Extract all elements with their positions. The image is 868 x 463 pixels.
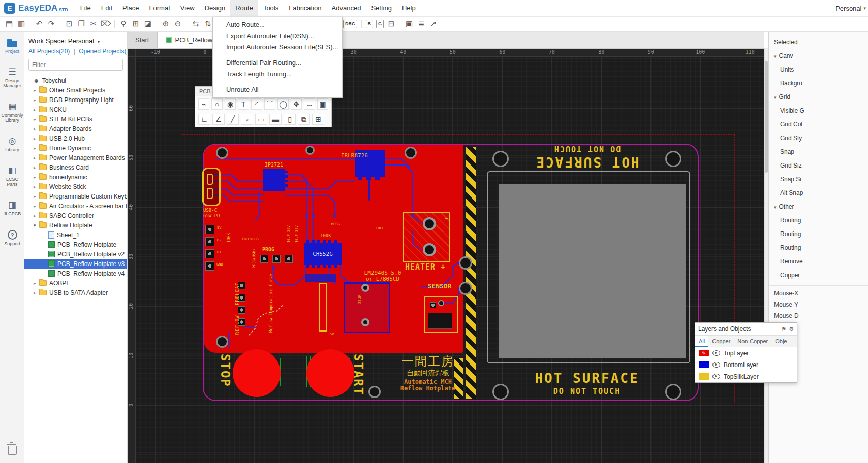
mounting-hole[interactable]	[368, 386, 381, 398]
bom-button[interactable]: B	[366, 20, 374, 28]
menu-item[interactable]: Advanced	[327, 0, 366, 16]
tree-expand-arrow[interactable]	[34, 117, 39, 122]
dimension-tool-icon[interactable]: ↔	[304, 98, 315, 110]
tree-expand-arrow[interactable]	[34, 136, 39, 141]
silk-preheat[interactable]: PREHEAT	[235, 282, 240, 305]
settings-row[interactable]: Routing	[769, 241, 868, 255]
silk-sensor[interactable]: SENSOR	[422, 283, 457, 290]
ic-ip2721[interactable]	[263, 169, 285, 191]
menu-item[interactable]: Help	[397, 0, 421, 16]
tree-expand-arrow[interactable]	[34, 165, 39, 170]
settings-row[interactable]: Grid Col	[769, 118, 868, 131]
pin-pad[interactable]	[205, 249, 214, 258]
silk-tref[interactable]: TREF	[376, 227, 384, 231]
heater-pad[interactable]	[423, 243, 436, 256]
tree-expand-arrow[interactable]	[34, 213, 39, 218]
silk-vbus[interactable]: VBUS	[250, 238, 259, 242]
silk-prog[interactable]: PROG	[262, 247, 274, 252]
easyeda-logo[interactable]: E EasyEDA STD	[0, 3, 75, 14]
settings-row[interactable]: Backgro	[769, 77, 868, 90]
silk-5v[interactable]: 5V	[217, 226, 221, 230]
tree-expand-arrow[interactable]	[34, 290, 39, 295]
component-pad[interactable]	[361, 284, 369, 292]
document-tab[interactable]: Start	[127, 31, 158, 48]
settings-row[interactable]: Mouse-D	[769, 310, 868, 321]
sidebar-item-support[interactable]: ? Support	[0, 230, 24, 246]
text-tool-icon[interactable]: T	[238, 98, 249, 110]
rect-tool-icon[interactable]: ▭	[255, 114, 267, 125]
mounting-hole[interactable]	[405, 147, 417, 159]
image-tool-icon[interactable]: ▣	[317, 98, 328, 110]
layer-manager-icon[interactable]: ≣	[415, 18, 427, 30]
tree-expand-arrow[interactable]	[34, 184, 39, 189]
track-tool-icon[interactable]: ⌁	[198, 98, 209, 110]
cut-icon[interactable]: ✂	[87, 18, 100, 30]
filled-rect-tool-icon[interactable]: ▬	[269, 114, 282, 125]
arc-center-tool-icon[interactable]: ⌒	[264, 98, 275, 110]
component-pad[interactable]	[361, 318, 369, 326]
menu-item[interactable]: Design	[200, 0, 230, 16]
group-tool-icon[interactable]: ⧉	[298, 114, 310, 125]
project-tree-item[interactable]: USB 2.0 Hub	[24, 134, 127, 143]
tree-expand-arrow[interactable]	[34, 107, 39, 112]
project-tree-item[interactable]: homedynamic	[24, 172, 127, 182]
route-menu-item[interactable]: Differential Pair Routing...	[213, 57, 342, 69]
project-tree-item[interactable]: RGB Photography Light	[24, 95, 127, 105]
start-button-pad[interactable]	[306, 349, 354, 397]
project-tree-item[interactable]: SABC Controller	[24, 211, 127, 220]
mounting-hole[interactable]	[492, 151, 509, 167]
settings-row[interactable]	[769, 282, 868, 286]
redo-icon[interactable]: ↷	[45, 18, 57, 30]
tree-expand-arrow[interactable]	[34, 126, 39, 131]
silk-22uf[interactable]: 22UF	[358, 295, 362, 304]
settings-row[interactable]: Grid Siz	[769, 159, 868, 173]
layer-color-chip[interactable]	[699, 361, 709, 368]
project-tree-item[interactable]: Other Small Projects	[24, 85, 127, 95]
document-tab[interactable]: PCB_Reflow	[158, 31, 221, 48]
eye-icon[interactable]	[712, 362, 720, 368]
sensor-pad-round[interactable]	[438, 300, 444, 306]
search-icon[interactable]: ⚲	[117, 18, 130, 30]
project-tree-item[interactable]: Power Management Boards	[24, 153, 127, 162]
tree-expand-arrow[interactable]	[34, 281, 39, 286]
via-tool-icon[interactable]: ◉	[225, 98, 236, 110]
menu-item[interactable]: Tools	[258, 0, 284, 16]
project-tree-item[interactable]: Website Stick	[24, 182, 127, 191]
silk-heater[interactable]: HEATER +	[402, 263, 449, 272]
copy-icon[interactable]: ❐	[75, 18, 87, 30]
project-tree-item[interactable]: Programmable Custom Keyboa	[24, 191, 127, 201]
menu-item[interactable]: Setting	[366, 0, 396, 16]
mounting-hole[interactable]	[459, 256, 472, 270]
project-tree-item[interactable]: STEM Kit PCBs	[24, 114, 127, 124]
settings-row[interactable]: Canv	[769, 49, 868, 63]
silk-irlr8726[interactable]: IRLR8726	[341, 153, 368, 159]
line-tool-icon[interactable]: ╱	[227, 114, 239, 125]
corner-tool-icon[interactable]: ∟	[198, 114, 210, 125]
gerber-button[interactable]: G	[376, 20, 384, 28]
settings-row[interactable]: Mouse-X	[769, 288, 868, 299]
silk-stop[interactable]: STOP	[219, 354, 232, 387]
silk-prog-usb[interactable]: PROG(USB)	[253, 249, 257, 268]
tree-expand-arrow[interactable]	[34, 88, 39, 93]
mounting-hole[interactable]	[216, 336, 228, 348]
sidebar-item-jlcpcb[interactable]: ◨ JLCPCB	[0, 201, 24, 216]
menu-item[interactable]: File	[75, 0, 96, 16]
mounting-hole[interactable]	[665, 151, 681, 167]
layers-panel-tab[interactable]: Obje	[771, 336, 790, 347]
eye-icon[interactable]	[712, 350, 720, 356]
layer-color-chip[interactable]: ✎	[699, 350, 709, 356]
save-icon[interactable]: ▤	[3, 18, 15, 30]
project-tree-item[interactable]: USB to SATA Adapter	[24, 288, 127, 297]
project-tree-item[interactable]: PCB_Reflow Hotplate v2	[24, 249, 127, 259]
angle-tool-icon[interactable]: ∠	[212, 114, 225, 125]
settings-row[interactable]: Snap Si	[769, 173, 868, 186]
arc-tool-icon[interactable]: ◜	[251, 98, 262, 110]
layers-panel-tab[interactable]: Non-Copper	[734, 336, 771, 347]
mounting-hole[interactable]	[492, 384, 509, 400]
undo-icon[interactable]: ↶	[33, 18, 45, 30]
tree-expand-arrow[interactable]	[34, 146, 39, 151]
trash-icon[interactable]	[8, 446, 17, 455]
settings-row[interactable]: Visible G	[769, 104, 868, 118]
silk-heater-minus[interactable]: -	[444, 214, 449, 223]
sensor-pad[interactable]	[430, 302, 436, 308]
